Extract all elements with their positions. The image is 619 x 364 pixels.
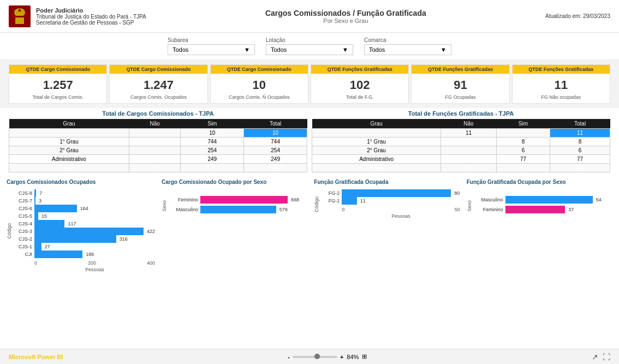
kpi-value-1: 1.247 — [144, 78, 174, 92]
table-cell: 10 — [181, 129, 244, 138]
bars-area: FG-280FG-111050Pessoas — [320, 189, 460, 219]
bar-value: 422 — [147, 229, 155, 234]
kpi-desc-1: Cargos Comis. Ocupados — [130, 94, 187, 100]
subarea-select[interactable]: Todos ▼ — [168, 44, 255, 55]
table-cell: 102 — [550, 164, 610, 172]
table-cell — [9, 129, 129, 138]
table-cell: Administrativo — [9, 155, 129, 164]
bar-element — [34, 228, 144, 235]
bar-label: FG-2 — [320, 190, 340, 196]
kpi-desc-5: FG Não ocupadas — [541, 94, 581, 100]
table-cell: 11 — [550, 129, 610, 138]
table-cell: 249 — [181, 155, 244, 164]
bar-label: CJS-1 — [13, 244, 32, 249]
sex-bar-label: Masculino — [473, 197, 503, 202]
share-icon[interactable]: ↗ — [592, 353, 598, 361]
table-cell — [129, 138, 181, 146]
report-title: Cargos Comissionados / Função Gratificad… — [265, 9, 426, 17]
kpi-desc-3: Total de F.G. — [346, 94, 374, 100]
bar-row: CJS-127 — [13, 243, 155, 250]
kpi-value-4: 91 — [454, 78, 467, 92]
kpi-header-0: QTDE Cargo Comissionado — [9, 65, 106, 74]
bar-value: 117 — [68, 221, 76, 226]
bar-element — [34, 220, 64, 228]
bar-row: CJS-515 — [13, 212, 155, 220]
svg-rect-2 — [15, 17, 24, 24]
bar-element — [34, 235, 116, 243]
kpi-desc-4: FG Ocupadas — [445, 94, 475, 100]
bar-value: 7 — [39, 190, 42, 196]
bar-label: CJS-7 — [13, 198, 32, 204]
table-cell: 91 — [496, 164, 550, 172]
org-line1: Poder Judiciário — [36, 7, 146, 14]
sex-bar-row: Feminino668 — [168, 196, 307, 204]
table-header-cell: Sim — [496, 119, 550, 129]
table-cell: 254 — [244, 146, 307, 155]
bar-label: FG-1 — [320, 198, 340, 204]
bar-value: 316 — [120, 236, 128, 242]
bar-row: CJS-6164 — [13, 205, 155, 212]
kpi-card-2: QTDE Cargo Comissionado 10 Cargos Comis.… — [210, 64, 308, 104]
bar-chart-container: Função Gratificada OcupadaCódigoFG-280FG… — [312, 177, 462, 347]
table-cell: Administrativo — [312, 155, 441, 164]
sex-bar-value: 37 — [568, 207, 574, 212]
table-cell — [312, 129, 441, 138]
bar-label: CJS-5 — [13, 213, 32, 219]
table-header-cell: Total — [244, 119, 307, 129]
table-cell: 2° Grau — [312, 146, 441, 155]
zoom-minus[interactable]: - — [288, 354, 290, 360]
table-title: Total de Cargos Comissionados - TJPA — [9, 110, 307, 117]
table-cell: 1.257 — [244, 164, 307, 172]
filter-lotacao: Lotação Todos ▼ — [266, 37, 353, 55]
subarea-label: Subarea — [168, 37, 255, 43]
table-cell: 2° Grau — [9, 146, 129, 155]
zoom-controls: - + 84% ⊞ — [288, 353, 367, 360]
filter-subarea: Subarea Todos ▼ — [168, 37, 255, 55]
table-cell: Total — [9, 164, 129, 172]
bar-label: CJI — [13, 252, 32, 257]
sex-bars-area: Feminino668Masculino579 — [168, 196, 307, 216]
comarca-select[interactable]: Todos ▼ — [364, 44, 451, 55]
kpi-card-0: QTDE Cargo Comissionado 1.257 Total de C… — [9, 64, 107, 104]
kpi-value-3: 102 — [350, 78, 370, 92]
fit-icon[interactable]: ⊞ — [362, 353, 367, 360]
zoom-plus[interactable]: + — [340, 354, 343, 360]
bar-row: CJS-87 — [13, 189, 155, 197]
kpi-header-5: QTDE Funções Gratificadas — [513, 65, 610, 74]
kpi-header-2: QTDE Cargo Comissionado — [211, 65, 308, 74]
kpi-row: QTDE Cargo Comissionado 1.257 Total de C… — [0, 60, 619, 108]
data-table: GrauNãoSimTotal11111° Grau882° Grau66Adm… — [312, 119, 610, 172]
table-cell: 11 — [441, 129, 497, 138]
bar-value: 11 — [360, 198, 366, 204]
bar-label: CJS-3 — [13, 229, 32, 234]
zoom-percent: 84% — [347, 354, 359, 360]
table-header-cell: Não — [129, 119, 181, 129]
filter-comarca: Comarca Todos ▼ — [364, 37, 451, 55]
table-row: 1010 — [9, 129, 307, 138]
table-row: Total101.2471.257 — [9, 164, 307, 172]
bar-row: CJS-2316 — [13, 235, 155, 243]
table-row: 2° Grau66 — [312, 146, 610, 155]
table-cell: 1° Grau — [9, 138, 129, 146]
logo — [9, 5, 31, 27]
lotacao-select[interactable]: Todos ▼ — [266, 44, 353, 55]
bar-charts-row: Cargos Comissionados OcupadosCódigoCJS-8… — [0, 175, 619, 349]
sex-bar-element — [505, 196, 593, 204]
kpi-header-3: QTDE Funções Gratificadas — [311, 65, 408, 74]
table-cell — [441, 146, 497, 155]
bar-label: CJS-8 — [13, 190, 32, 196]
table-cell: 249 — [244, 155, 307, 164]
fullscreen-icon[interactable]: ⛶ — [603, 353, 610, 361]
bar-element — [34, 212, 38, 220]
sex-bar-value: 579 — [279, 207, 288, 212]
bars-area: CJS-87CJS-73CJS-6164CJS-515CJS-4117CJS-3… — [13, 189, 155, 272]
zoom-handle — [314, 354, 320, 359]
bar-label: CJS-6 — [13, 206, 32, 211]
kpi-header-1: QTDE Cargo Comissionado — [110, 65, 207, 74]
svg-rect-1 — [14, 16, 25, 17]
bar-element — [34, 205, 77, 212]
powerbi-link[interactable]: Microsoft Power BI — [9, 354, 63, 360]
sex-bar-element — [200, 196, 288, 204]
zoom-slider[interactable] — [293, 356, 337, 358]
table-cell: 8 — [550, 138, 610, 146]
